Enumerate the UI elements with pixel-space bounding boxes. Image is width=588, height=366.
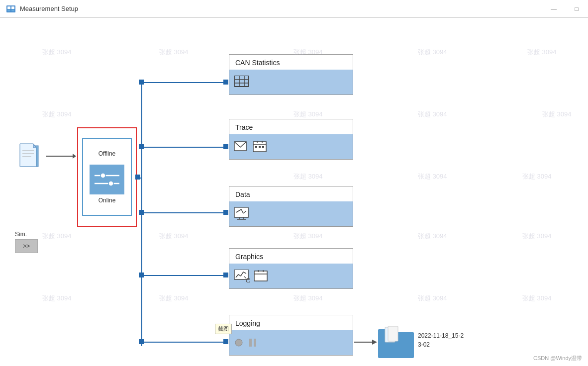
watermark: 张超 3094 — [42, 48, 72, 57]
watermark: 张超 3094 — [159, 48, 189, 57]
connector-dot-can — [139, 80, 144, 85]
title-bar: Measurement Setup — □ — [0, 0, 588, 18]
maximize-button[interactable]: □ — [565, 0, 588, 18]
watermark: 张超 3094 — [542, 110, 572, 119]
app-icon — [6, 5, 16, 13]
module-can-statistics[interactable]: CAN Statistics — [229, 54, 353, 95]
connector-dot-logging — [139, 339, 144, 344]
logging-output-folder: 2022-11-18_15-2 3-02 — [378, 326, 418, 363]
watermark: 张超 3094 — [294, 172, 323, 181]
source-to-device-arrow — [46, 156, 76, 157]
watermark: 张超 3094 — [418, 172, 447, 181]
module-can-statistics-body — [229, 70, 353, 94]
trace-envelope-icon — [234, 141, 249, 153]
csdn-watermark: CSDN @Windy温带 — [533, 355, 582, 362]
module-trace-title: Trace — [229, 119, 353, 134]
svg-marker-13 — [372, 340, 377, 345]
module-data-title: Data — [229, 186, 353, 201]
watermark: 张超 3094 — [522, 294, 552, 303]
watermark: 张超 3094 — [294, 294, 323, 303]
device-box[interactable]: Offline Online — [77, 127, 137, 227]
svg-rect-24 — [234, 76, 248, 87]
watermark: 张超 3094 — [42, 110, 72, 119]
sim-button[interactable]: >> — [15, 239, 38, 253]
svg-rect-52 — [249, 339, 252, 347]
watermark: 张超 3094 — [42, 294, 72, 303]
sim-label: Sim. — [15, 231, 27, 238]
svg-rect-36 — [262, 146, 264, 148]
watermark: 张超 3094 — [159, 294, 189, 303]
connector-dot-trace — [139, 144, 144, 149]
trace-calendar-icon — [253, 141, 268, 153]
watermark: 张超 3094 — [522, 232, 552, 241]
can-statistics-icon — [234, 76, 250, 89]
watermark: 张超 3094 — [522, 172, 552, 181]
svg-point-51 — [235, 339, 242, 346]
svg-point-22 — [100, 173, 105, 178]
svg-rect-47 — [254, 271, 267, 281]
module-graphics[interactable]: Graphics — [229, 248, 353, 289]
watermark: 张超 3094 — [418, 294, 447, 303]
module-logging-title: Logging — [229, 315, 353, 330]
svg-rect-1 — [7, 6, 10, 9]
svg-rect-4 — [11, 9, 14, 11]
module-data-body — [229, 201, 353, 226]
device-inner-box: Offline Online — [82, 138, 132, 216]
connector-dot-graphics — [139, 273, 144, 277]
module-can-statistics-title: CAN Statistics — [229, 55, 353, 70]
minimize-button[interactable]: — — [542, 0, 565, 18]
online-label: Online — [83, 197, 131, 204]
module-dot-can — [223, 80, 228, 85]
module-trace[interactable]: Trace — [229, 119, 353, 160]
folder-icon — [378, 326, 418, 361]
svg-rect-34 — [255, 146, 257, 148]
watermark: 张超 3094 — [527, 48, 557, 57]
watermark: 张超 3094 — [418, 48, 447, 57]
source-file-icon — [15, 141, 45, 171]
module-graphics-body — [229, 264, 353, 288]
screenshot-label: 截图 — [218, 326, 229, 332]
svg-point-23 — [108, 181, 113, 186]
watermark: 张超 3094 — [42, 232, 72, 241]
window-title: Measurement Setup — [20, 5, 78, 12]
device-output-dot — [135, 175, 140, 180]
folder-filename: 2022-11-18_15-2 3-02 — [418, 331, 464, 349]
data-monitor-icon — [234, 207, 249, 220]
svg-rect-3 — [7, 9, 10, 11]
module-logging-body — [229, 330, 353, 355]
logging-record-icon — [234, 338, 243, 347]
module-dot-data — [223, 210, 228, 215]
module-dot-logging — [223, 339, 228, 344]
svg-rect-57 — [388, 326, 398, 341]
module-trace-body — [229, 134, 353, 159]
module-logging[interactable]: Logging — [229, 315, 353, 356]
offline-label: Offline — [83, 150, 131, 157]
watermark: 张超 3094 — [294, 110, 323, 119]
watermark: 张超 3094 — [294, 232, 323, 241]
svg-rect-35 — [259, 146, 261, 148]
screenshot-badge: 截图 — [215, 324, 232, 334]
main-content: Offline Online Sim. >> CAN Statistics — [0, 18, 588, 366]
svg-rect-2 — [11, 6, 14, 9]
graphics-calendar-icon — [254, 270, 269, 282]
graphics-chart-icon — [234, 270, 250, 282]
module-graphics-title: Graphics — [229, 249, 353, 264]
connector-dot-data — [139, 210, 144, 215]
module-data[interactable]: Data — [229, 186, 353, 227]
svg-rect-53 — [254, 339, 256, 347]
watermark: 张超 3094 — [159, 232, 189, 241]
device-sliders-icon — [90, 165, 124, 194]
module-dot-trace — [223, 144, 228, 149]
watermark: 张超 3094 — [418, 232, 447, 241]
window-controls: — □ — [542, 0, 588, 18]
watermark: 张超 3094 — [418, 110, 447, 119]
logging-pause-icon — [247, 337, 258, 348]
module-dot-graphics — [223, 273, 228, 277]
